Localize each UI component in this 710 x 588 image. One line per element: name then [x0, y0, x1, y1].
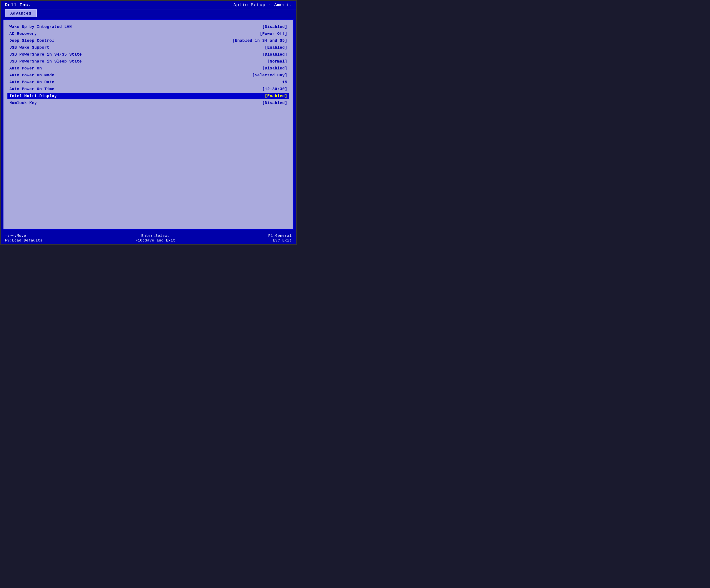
setting-name-6: Auto Power On [9, 66, 42, 71]
setting-value-11: [Disabled] [262, 101, 287, 105]
setting-name-9: Auto Power On Time [9, 87, 54, 92]
save-exit-hint: F10:Save and Exit [136, 239, 175, 243]
settings-row[interactable]: Auto Power On Time[12:30:30] [7, 86, 289, 93]
main-content: Wake Up by Integrated LAN[Disabled]AC Re… [3, 19, 294, 230]
setting-value-8: 15 [282, 80, 287, 84]
bottom-bar: ↑↓→←:Move F9:Load Defaults Enter:Select … [1, 232, 296, 244]
nav-hint: ↑↓→←:Move [5, 234, 43, 238]
load-defaults-hint: F9:Load Defaults [5, 239, 43, 243]
setting-name-1: AC Recovery [9, 32, 37, 36]
setting-name-2: Deep Sleep Control [9, 39, 54, 43]
setting-name-4: USB PowerShare in S4/S5 State [9, 52, 82, 57]
setting-name-8: Auto Power On Date [9, 80, 54, 84]
setting-value-1: [Power Off] [260, 32, 287, 36]
settings-row[interactable]: USB PowerShare in S4/S5 State[Disabled] [7, 51, 289, 58]
settings-row[interactable]: USB Wake Support[Enabled] [7, 45, 289, 51]
setting-value-6: [Disabled] [262, 66, 287, 71]
setting-value-5: [Normal] [267, 59, 287, 64]
setting-name-0: Wake Up by Integrated LAN [9, 25, 72, 29]
tab-advanced[interactable]: Advanced [5, 9, 37, 17]
settings-row[interactable]: Deep Sleep Control[Enabled in S4 and S5] [7, 38, 289, 44]
settings-table: Wake Up by Integrated LAN[Disabled]AC Re… [7, 24, 289, 225]
setting-name-11: Numlock Key [9, 101, 37, 105]
settings-row[interactable]: Wake Up by Integrated LAN[Disabled] [7, 24, 289, 30]
settings-row[interactable]: Intel Multi-Display[Enabled] [7, 93, 289, 99]
bottom-center: Enter:Select F10:Save and Exit [136, 234, 175, 243]
setting-name-7: Auto Power On Mode [9, 73, 54, 78]
settings-row[interactable]: USB PowerShare in Sleep State[Normal] [7, 58, 289, 65]
setting-name-5: USB PowerShare in Sleep State [9, 59, 82, 64]
setting-name-3: USB Wake Support [9, 46, 49, 50]
bios-screen: Dell Inc. Aptio Setup - Ameri. Advanced … [0, 0, 297, 245]
bottom-right: F1:General ESC:Exit [268, 234, 292, 243]
setting-value-4: [Disabled] [262, 52, 287, 57]
settings-row[interactable]: Numlock Key[Disabled] [7, 100, 289, 106]
settings-row[interactable]: Auto Power On Date15 [7, 79, 289, 85]
setting-value-0: [Disabled] [262, 25, 287, 29]
aptio-title: Aptio Setup - Ameri. [233, 2, 292, 7]
setting-value-2: [Enabled in S4 and S5] [232, 39, 287, 43]
setting-name-10: Intel Multi-Display [9, 94, 57, 98]
setting-value-7: [Selected Day] [253, 73, 287, 78]
brand-label: Dell Inc. [5, 2, 31, 7]
settings-row[interactable]: Auto Power On[Disabled] [7, 65, 289, 72]
setting-value-3: [Enabled] [265, 46, 287, 50]
setting-value-9: [12:30:30] [262, 87, 287, 92]
setting-value-10: [Enabled] [265, 94, 287, 98]
settings-row[interactable]: AC Recovery[Power Off] [7, 31, 289, 37]
settings-row[interactable]: Auto Power On Mode[Selected Day] [7, 72, 289, 79]
tab-bar: Advanced [1, 9, 296, 17]
esc-exit-hint: ESC:Exit [273, 239, 292, 243]
bottom-left: ↑↓→←:Move F9:Load Defaults [5, 234, 43, 243]
f1-general-hint: F1:General [268, 234, 292, 238]
top-bar: Dell Inc. Aptio Setup - Ameri. [1, 1, 296, 9]
enter-select-hint: Enter:Select [141, 234, 169, 238]
